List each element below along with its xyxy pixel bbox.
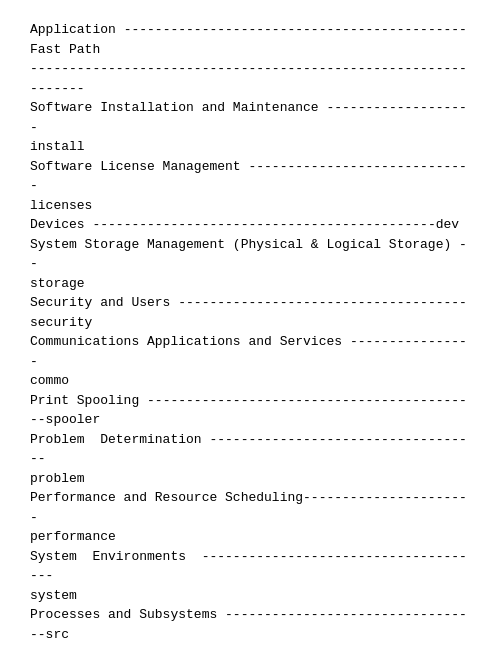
item-performance-label: Performance and Resource Scheduling <box>30 490 303 505</box>
item-security-dashes: ------------------------------------- <box>178 295 467 310</box>
item-dev-dashes: ----------------------------------------… <box>92 217 435 232</box>
item-spooler-label: Print Spooling <box>30 393 139 408</box>
main-divider: ----------------------------------------… <box>30 61 467 96</box>
item-src-fp: src <box>46 627 69 642</box>
item-dev-label: Devices <box>30 217 85 232</box>
app-header-col1: Application <box>30 22 116 37</box>
item-system-label: System Environments <box>30 549 186 564</box>
item-install-label: Software Installation and Maintenance <box>30 100 319 115</box>
item-problem-fp: problem <box>30 471 85 486</box>
item-licenses-fp: licenses <box>30 198 92 213</box>
item-dev-fp: dev <box>436 217 459 232</box>
item-spooler-fp: spooler <box>46 412 101 427</box>
item-licenses-label: Software License Management <box>30 159 241 174</box>
item-commo-label: Communications Applications and Services <box>30 334 342 349</box>
item-commo-fp: commo <box>30 373 69 388</box>
full-content: Application ----------------------------… <box>30 20 472 649</box>
item-security-fp: security <box>30 315 92 330</box>
item-security-label: Security and Users <box>30 295 170 310</box>
item-system-fp: system <box>30 588 77 603</box>
item-install-fp: install <box>30 139 85 154</box>
app-header-fp: Fast Path <box>30 42 100 57</box>
item-problem-label: Problem Determination <box>30 432 202 447</box>
item-src-label: Processes and Subsystems <box>30 607 217 622</box>
item-storage-label: System Storage Management (Physical & Lo… <box>30 237 451 252</box>
item-storage-fp: storage <box>30 276 85 291</box>
item-performance-fp: performance <box>30 529 116 544</box>
app-header-dashes: ----------------------------------------… <box>124 22 467 37</box>
